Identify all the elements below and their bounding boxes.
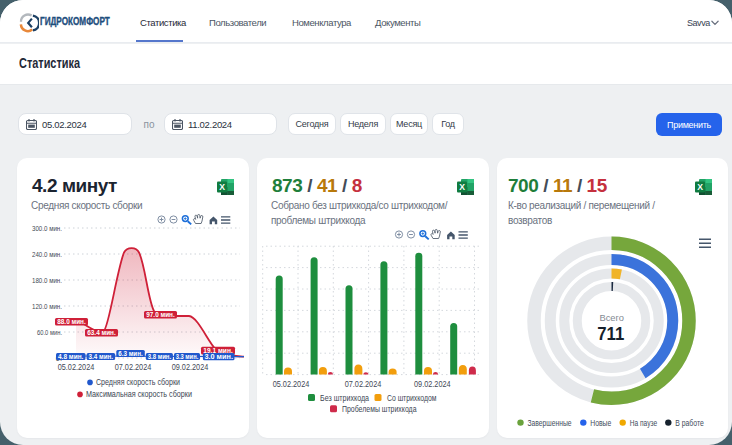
- svg-text:120.0 мин.: 120.0 мин.: [32, 302, 62, 311]
- svg-text:3.8 мин.: 3.8 мин.: [148, 352, 172, 361]
- svg-text:Завершенные: Завершенные: [528, 418, 572, 428]
- svg-text:Максимальная скорость сборки: Максимальная скорость сборки: [86, 389, 192, 399]
- svg-text:3.0 мин.: 3.0 мин.: [204, 352, 233, 361]
- svg-text:Средняя скорость сборки: Средняя скорость сборки: [96, 377, 180, 387]
- svg-text:Всего: Всего: [599, 312, 624, 323]
- svg-text:6.3 мин.: 6.3 мин.: [118, 349, 143, 358]
- svg-text:07.02.2024: 07.02.2024: [345, 379, 382, 389]
- svg-text:Пробелемы штрихкода: Пробелемы штрихкода: [342, 404, 417, 414]
- svg-text:60.0 мин.: 60.0 мин.: [37, 328, 62, 337]
- svg-text:300.0 мин.: 300.0 мин.: [32, 224, 62, 233]
- svg-text:3.4 мин.: 3.4 мин.: [89, 352, 114, 361]
- svg-text:Со штрихкодом: Со штрихкодом: [387, 393, 437, 403]
- svg-text:09.02.2024: 09.02.2024: [172, 362, 209, 372]
- svg-text:Новые: Новые: [590, 418, 611, 428]
- svg-text:В работе: В работе: [675, 418, 704, 428]
- svg-text:07.02.2024: 07.02.2024: [115, 362, 152, 372]
- svg-text:4.8 мин.: 4.8 мин.: [58, 352, 84, 361]
- svg-text:Без штрихкода: Без штрихкода: [320, 393, 369, 403]
- svg-text:180.0 мин.: 180.0 мин.: [32, 276, 62, 285]
- svg-text:97.0 мин.: 97.0 мин.: [146, 310, 175, 319]
- svg-text:3.3 мин.: 3.3 мин.: [176, 352, 199, 361]
- svg-text:09.02.2024: 09.02.2024: [414, 379, 451, 389]
- svg-text:05.02.2024: 05.02.2024: [273, 379, 310, 389]
- svg-text:240.0 мин.: 240.0 мин.: [32, 250, 62, 259]
- svg-text:05.02.2024: 05.02.2024: [58, 362, 95, 372]
- svg-text:63.4 мин.: 63.4 мин.: [87, 328, 116, 337]
- svg-text:711: 711: [597, 323, 624, 344]
- svg-text:На паузе: На паузе: [630, 418, 658, 428]
- svg-text:88.0 мин.: 88.0 мин.: [57, 317, 86, 326]
